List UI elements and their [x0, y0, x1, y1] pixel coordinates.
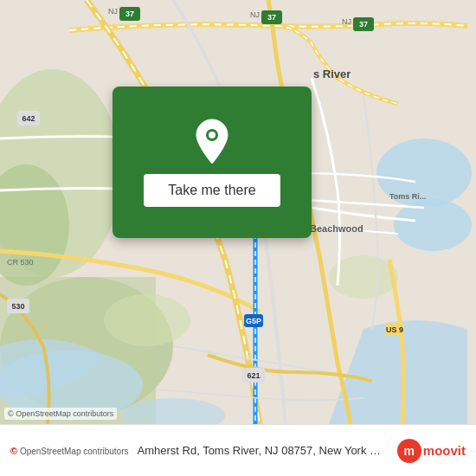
moovit-m-icon: m — [397, 439, 421, 463]
address-text: Amherst Rd, Toms River, NJ 08757, New Yo… — [138, 444, 389, 457]
road-621-shield: 621 — [242, 368, 265, 383]
svg-point-12 — [209, 132, 215, 138]
cr530-label: CR 530 — [7, 258, 34, 267]
map-container: 37 NJ 37 NJ 37 NJ 642 CR 530 530 G5P 621… — [0, 0, 476, 424]
osm-logo: © OpenStreetMap contributors — [10, 446, 129, 456]
nj-label-3: NJ — [342, 17, 351, 26]
beachwood-label: Beachwood — [310, 223, 363, 234]
us9-shield: US 9 — [385, 323, 404, 336]
gsp-shield: G5P — [244, 314, 263, 327]
toms-river-label: s River — [313, 68, 351, 80]
toms-river-partial-label: Toms Ri... — [389, 192, 426, 201]
map-pin-icon — [193, 118, 231, 165]
nj-label-1: NJ — [108, 7, 118, 16]
svg-point-9 — [104, 294, 190, 346]
moovit-logo: m moovit — [397, 439, 466, 463]
nj37-shield-1: 37 — [119, 7, 140, 21]
location-card: Take me there — [113, 87, 312, 238]
take-me-there-button[interactable]: Take me there — [144, 174, 280, 207]
road-530-shield: 530 — [7, 299, 29, 313]
map-attribution: © OpenStreetMap contributors — [4, 408, 117, 420]
nj-label-2: NJ — [250, 10, 260, 19]
road-642-shield: 642 — [17, 111, 40, 125]
nj37-shield-2: 37 — [261, 10, 282, 24]
moovit-text: moovit — [423, 443, 466, 458]
bottom-bar: © OpenStreetMap contributors Amherst Rd,… — [0, 424, 476, 476]
nj37-shield-3: 37 — [353, 17, 374, 31]
